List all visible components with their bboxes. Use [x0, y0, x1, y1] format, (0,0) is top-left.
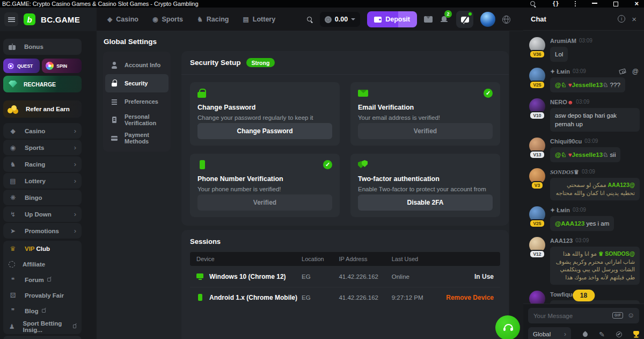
sidebar-item-club[interactable]: ♛VIP Club	[3, 241, 82, 256]
messages-icon[interactable]	[424, 16, 433, 23]
settings-item-label: Account Info	[125, 62, 160, 68]
card-action-button[interactable]: Disable 2FA	[358, 194, 493, 211]
text-part: ✦ Łмin	[550, 206, 570, 214]
settings-item-label: Personal Verification	[125, 113, 163, 126]
settings-menu-item-account-info[interactable]: Account Info	[105, 56, 169, 74]
vip-level-badge: V13	[529, 150, 545, 159]
forum-icon: ❝	[9, 277, 17, 283]
top-nav-lottery[interactable]: ▤Lottery	[243, 16, 275, 23]
sidebar-item-blog[interactable]: ❞Blog	[3, 303, 82, 319]
hamburger-menu-button[interactable]	[4, 12, 18, 26]
sessions-rows: Windows 10 (Chrome 12)EG41.42.226.162Onl…	[181, 266, 509, 308]
search-icon[interactable]	[306, 16, 313, 23]
spin-button[interactable]: SPIN	[42, 59, 82, 73]
card-action-button[interactable]: Change Password	[197, 123, 332, 139]
text-part: @AAA123	[555, 220, 584, 227]
sidebar-item-label: VIP Club	[25, 246, 50, 252]
page-title: Global Settings	[104, 38, 157, 46]
minimize-button[interactable]	[592, 3, 597, 4]
text-part: asw depo tiap hari gak pernah up	[555, 112, 617, 127]
text-part: @♘	[555, 152, 568, 158]
support-button[interactable]	[495, 315, 520, 339]
sidebar-item-bonus[interactable]: Bonus	[3, 39, 82, 55]
coinflip-icon[interactable]	[616, 331, 622, 337]
card-description: Your email address is verified!	[358, 114, 493, 122]
maximize-button[interactable]	[613, 2, 618, 6]
sessions-title: Sessions	[181, 230, 509, 252]
message-sender: Chiqui90cu03:09	[550, 138, 620, 145]
sidebar-item-affiliate[interactable]: Affiliate	[3, 256, 82, 272]
sidebar-item-bingo[interactable]: ❋Bingo	[3, 190, 82, 205]
settings-menu-item-payment-methods[interactable]: Payment Methods	[105, 129, 169, 147]
sidebar-item-sport-betting-insig-[interactable]: ♟Sport Betting Insig...	[3, 319, 82, 334]
refer-and-earn-button[interactable]: Refer and Earn	[3, 100, 82, 118]
headphones-icon	[503, 324, 513, 331]
sidebar-item-provably-fair[interactable]: ⚄Provably Fair	[3, 287, 82, 303]
sports-icon: ◉	[152, 16, 158, 23]
gif-icon[interactable]: GIF	[612, 312, 623, 319]
chat-info-icon[interactable]	[618, 15, 625, 23]
message-bubble: @AAA123 ممكن لو سمحتي تحطيه يديني انا كم…	[550, 178, 640, 200]
provably-fair-icon: ⚄	[9, 292, 17, 299]
chat-close-icon[interactable]: ×	[632, 15, 636, 24]
settings-menu-item-personal-verification[interactable]: Personal Verification	[105, 111, 169, 129]
text-part: Jesselle13	[572, 152, 603, 158]
cell-location: EG	[302, 294, 339, 301]
chat-channel-selector[interactable]: Global ›	[528, 327, 571, 339]
message-left: V12	[529, 237, 546, 285]
vip-crown-icon: ♛	[9, 246, 17, 252]
gold-coins-icon	[8, 105, 19, 113]
affiliate-icon	[9, 261, 15, 268]
top-nav-sports[interactable]: ◉Sports	[152, 16, 183, 23]
notifications-button[interactable]: 2	[440, 15, 449, 24]
card-action-button: Verified	[358, 123, 493, 139]
balance-selector[interactable]: 0.00	[320, 12, 360, 27]
top-nav-racing[interactable]: ♞Racing	[197, 16, 229, 23]
casino-icon: ◆	[107, 16, 112, 23]
unread-messages-badge[interactable]: 18	[573, 290, 595, 301]
message-left: V25	[529, 206, 546, 231]
rain-icon[interactable]	[582, 331, 589, 338]
remove-device-link[interactable]: Remove Device	[441, 294, 500, 301]
window-titlebar: BC.GAME: Crypto Casino Games & Casino Sl…	[0, 0, 644, 8]
find-icon[interactable]	[530, 1, 536, 7]
card-title: Email Verification	[358, 104, 493, 111]
sidebar-item-lottery[interactable]: ▤Lottery›	[3, 173, 82, 189]
top-nav-casino[interactable]: ◆Casino	[107, 16, 138, 23]
mention-icon[interactable]: @	[632, 68, 639, 75]
extensions-icon[interactable]: {}	[552, 1, 559, 7]
brand-logo-icon[interactable]: b	[24, 13, 35, 25]
emoji-icon[interactable]: ☺	[627, 312, 634, 319]
tip-icon[interactable]	[619, 69, 626, 75]
sidebar-item-sports[interactable]: ◉Sports›	[3, 140, 82, 155]
sidebar-menu: ◆Casino›◉Sports›♞Racing›▤Lottery›❋Bingo↯…	[3, 123, 82, 239]
sidebar-item-forum[interactable]: ❝Forum	[3, 272, 82, 287]
close-button[interactable]: ×	[634, 1, 639, 7]
security-strength-badge: Strong	[246, 58, 275, 67]
message-time: 03:09	[573, 68, 586, 75]
card-title: Two-factor authentication	[358, 175, 493, 183]
chat-toggle-button[interactable]	[456, 11, 473, 28]
message-left: V13	[529, 138, 546, 162]
trophy-icon[interactable]	[633, 331, 639, 338]
quest-button[interactable]: QUEST	[3, 59, 40, 73]
user-avatar[interactable]	[480, 12, 495, 27]
menu-kebab-icon[interactable]	[575, 1, 576, 6]
chat-channel-label: Global	[533, 331, 551, 337]
settings-menu-item-preferences[interactable]: Preferences	[105, 92, 169, 111]
sidebar-item-label: Lottery	[25, 178, 46, 184]
sidebar-item-up-down[interactable]: ↯Up Down›	[3, 206, 82, 222]
column-device: Device	[190, 256, 302, 262]
globe-icon[interactable]	[502, 16, 510, 24]
sidebar-item-promotions[interactable]: ➤Promotions›	[3, 223, 82, 239]
settings-item-label: Payment Methods	[125, 132, 163, 145]
sidebar-item-casino[interactable]: ◆Casino›	[3, 123, 82, 139]
deposit-button[interactable]: Deposit	[367, 11, 417, 27]
brand-name[interactable]: BC.GAME	[41, 15, 80, 24]
pencil-icon[interactable]: ✎	[599, 331, 605, 338]
sidebar-item-racing[interactable]: ♞Racing›	[3, 156, 82, 172]
chevron-right-icon: ›	[74, 160, 76, 168]
settings-menu-item-security[interactable]: Security	[105, 74, 169, 92]
sessions-panel: Sessions Device Location IP Address Last…	[181, 230, 509, 339]
recharge-button[interactable]: RECHARGE	[3, 76, 82, 92]
